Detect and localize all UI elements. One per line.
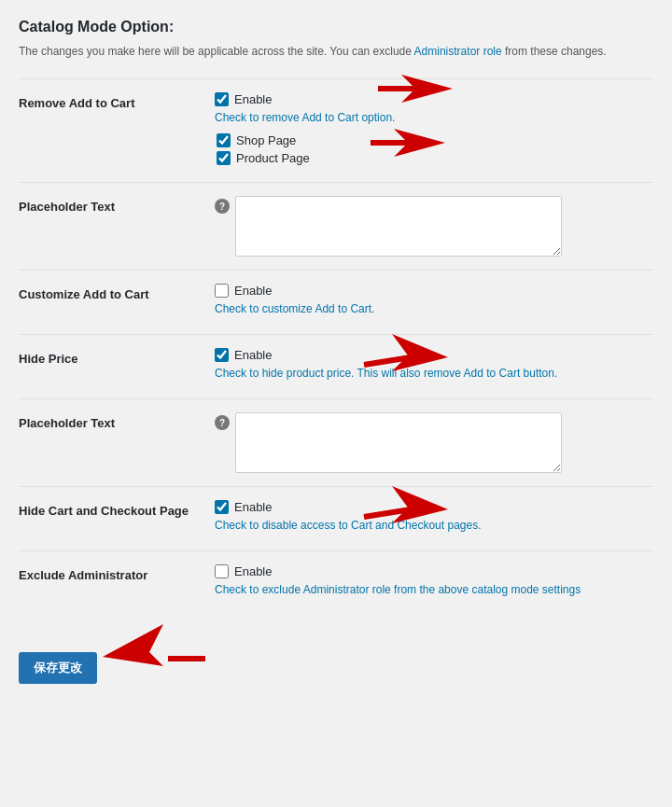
control-hide-cart-checkout: Enable Check to disable access to Cart a… bbox=[205, 487, 653, 551]
placeholder-textarea-1[interactable] bbox=[235, 196, 562, 257]
arrow-save-button bbox=[98, 619, 210, 671]
row-placeholder-text-1: Placeholder Text ? bbox=[19, 183, 653, 271]
label-product-page[interactable]: Product Page bbox=[236, 151, 310, 165]
arrow-remove-add-to-cart bbox=[373, 70, 457, 107]
admin-role-link[interactable]: Administrator role bbox=[414, 45, 502, 58]
svg-marker-4 bbox=[392, 334, 448, 371]
page-title: Catalog Mode Option: bbox=[19, 19, 653, 35]
checkbox-customize-add-to-cart[interactable] bbox=[215, 284, 229, 298]
enable-row-exclude-admin: Enable bbox=[215, 564, 653, 578]
checkbox-remove-add-to-cart[interactable] bbox=[215, 92, 229, 106]
control-hide-price: Enable Check to hide product price. This… bbox=[205, 335, 653, 399]
enable-row-customize: Enable bbox=[215, 284, 653, 298]
help-text-hide-cart: Check to disable access to Cart and Chec… bbox=[215, 519, 653, 532]
help-text-hide-price: Check to hide product price. This will a… bbox=[215, 367, 653, 380]
enable-row-remove-add-to-cart: Enable bbox=[215, 92, 653, 106]
help-icon-1[interactable]: ? bbox=[215, 199, 230, 214]
help-text-remove-add-to-cart: Check to remove Add to Cart option. bbox=[215, 111, 653, 124]
label-enable-exclude-admin[interactable]: Enable bbox=[234, 564, 272, 578]
intro-text: The changes you make here will be applic… bbox=[19, 43, 653, 60]
label-enable-remove-add-to-cart[interactable]: Enable bbox=[234, 92, 272, 106]
help-icon-2[interactable]: ? bbox=[215, 415, 230, 430]
help-text-exclude-admin: Check to exclude Administrator role from… bbox=[215, 583, 653, 596]
label-placeholder-text-2: Placeholder Text bbox=[19, 399, 205, 487]
svg-marker-0 bbox=[401, 75, 453, 103]
control-placeholder-text-2: ? bbox=[205, 399, 653, 487]
control-customize-add-to-cart: Enable Check to customize Add to Cart. bbox=[205, 271, 653, 335]
checkbox-exclude-administrator[interactable] bbox=[215, 564, 229, 578]
shop-page-row: Shop Page bbox=[217, 133, 653, 147]
control-placeholder-text-1: ? bbox=[205, 183, 653, 271]
row-remove-add-to-cart: Remove Add to Cart Enable Check to remov… bbox=[19, 79, 653, 183]
control-exclude-administrator: Enable Check to exclude Administrator ro… bbox=[205, 551, 653, 616]
checkbox-shop-page[interactable] bbox=[217, 133, 231, 147]
label-hide-cart-checkout: Hide Cart and Checkout Page bbox=[19, 487, 205, 551]
svg-line-5 bbox=[364, 357, 411, 365]
textarea-wrapper-1: ? bbox=[215, 196, 653, 257]
svg-line-7 bbox=[364, 509, 411, 517]
checkbox-product-page[interactable] bbox=[217, 151, 231, 165]
label-shop-page[interactable]: Shop Page bbox=[236, 133, 296, 147]
checkbox-hide-price[interactable] bbox=[215, 348, 229, 362]
svg-marker-8 bbox=[103, 624, 163, 666]
row-exclude-administrator: Exclude Administrator Enable Check to ex… bbox=[19, 551, 653, 616]
label-enable-hide-price[interactable]: Enable bbox=[234, 348, 272, 362]
enable-row-hide-cart: Enable bbox=[215, 500, 653, 514]
row-hide-price: Hide Price Enable Check to hide product … bbox=[19, 335, 653, 399]
label-remove-add-to-cart: Remove Add to Cart bbox=[19, 79, 205, 183]
sub-checkboxes-remove-add-to-cart: Shop Page Product Page bbox=[217, 133, 653, 165]
save-button[interactable]: 保存更改 bbox=[19, 652, 97, 684]
help-text-customize: Check to customize Add to Cart. bbox=[215, 302, 653, 315]
label-placeholder-text-1: Placeholder Text bbox=[19, 183, 205, 271]
label-enable-hide-cart[interactable]: Enable bbox=[234, 500, 272, 514]
settings-table: Remove Add to Cart Enable Check to remov… bbox=[19, 78, 653, 615]
row-placeholder-text-2: Placeholder Text ? bbox=[19, 399, 653, 487]
checkbox-hide-cart-checkout[interactable] bbox=[215, 500, 229, 514]
control-remove-add-to-cart: Enable Check to remove Add to Cart optio… bbox=[205, 79, 653, 183]
row-hide-cart-checkout: Hide Cart and Checkout Page Enable Check… bbox=[19, 487, 653, 551]
label-enable-customize[interactable]: Enable bbox=[234, 284, 272, 298]
label-hide-price: Hide Price bbox=[19, 335, 205, 399]
enable-row-hide-price: Enable bbox=[215, 348, 653, 362]
label-customize-add-to-cart: Customize Add to Cart bbox=[19, 271, 205, 335]
row-customize-add-to-cart: Customize Add to Cart Enable Check to cu… bbox=[19, 271, 653, 335]
svg-marker-6 bbox=[392, 486, 448, 523]
placeholder-textarea-2[interactable] bbox=[235, 412, 562, 473]
product-page-row: Product Page bbox=[217, 151, 653, 165]
textarea-wrapper-2: ? bbox=[215, 412, 653, 473]
label-exclude-administrator: Exclude Administrator bbox=[19, 551, 205, 616]
